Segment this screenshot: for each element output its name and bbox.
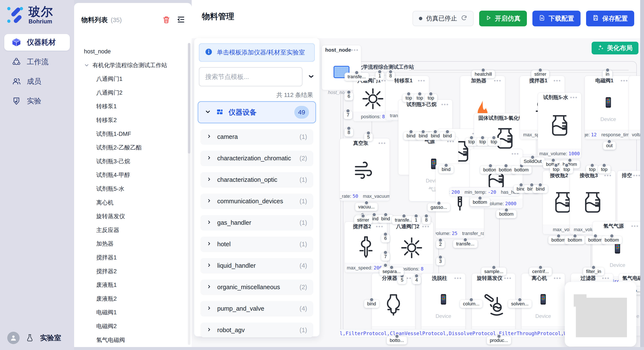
category-row-hotel[interactable]: hotel(1) — [200, 237, 313, 252]
delete-icon[interactable] — [162, 15, 170, 24]
port-pill-centrif...[interactable]: centrif... — [529, 268, 552, 276]
port-pill-2[interactable]: 2 — [436, 240, 445, 248]
port-pill-colum...[interactable]: colum... — [460, 300, 482, 308]
canvas-node[interactable]: : 200min_temp: -20has_heat — [449, 187, 520, 196]
tree-item[interactable]: 搅拌器2 — [96, 265, 117, 277]
sidebar-item-实验[interactable]: 实验 — [4, 93, 70, 109]
node-menu-icon[interactable]: ••• — [494, 77, 502, 84]
tree-item[interactable]: 试剂瓶3-己烷 — [96, 156, 130, 167]
node-menu-icon[interactable]: ••• — [554, 275, 561, 282]
tree-item[interactable]: 试剂瓶1-DMF — [96, 128, 131, 140]
port-pill-SolidOut[interactable]: SolidOut — [521, 157, 544, 166]
node-menu-icon[interactable]: ••• — [504, 275, 512, 282]
port-pill-1[interactable]: 1 — [376, 72, 384, 80]
port-pill-produc...[interactable]: produc... — [487, 336, 511, 345]
port-pill-top[interactable]: top — [465, 138, 478, 146]
download-config-button[interactable]: 下载配置 — [532, 11, 580, 26]
chevron-down-icon[interactable] — [84, 62, 90, 68]
tree-item[interactable]: 试剂瓶4-甲醇 — [96, 169, 130, 181]
port-pill-solven...[interactable]: solven... — [508, 300, 532, 308]
port-pill-bind[interactable]: bind — [533, 185, 548, 193]
port-pill-sample...[interactable]: sample... — [481, 268, 506, 276]
tree-item[interactable]: 氢气电磁阀 — [96, 334, 125, 346]
port-pill-filter_in[interactable]: filter_in — [583, 268, 604, 276]
node-menu-icon[interactable]: ••• — [633, 172, 641, 179]
tree-item[interactable]: 废液瓶2 — [96, 293, 117, 305]
canvas-node-电磁阀1[interactable]: 电磁阀1•••Devicevoltage: 12response_time: 0… — [584, 76, 632, 140]
tree-item[interactable]: 电磁阀2 — [96, 320, 117, 332]
port-pill-top[interactable]: top — [414, 94, 426, 102]
node-menu-icon[interactable]: ••• — [378, 140, 386, 147]
port-pill-top[interactable]: top — [598, 166, 610, 174]
sidebar-item-仪器耗材[interactable]: 仪器耗材 — [4, 34, 70, 51]
collapse-list-icon[interactable] — [177, 15, 185, 25]
port-pill-8[interactable]: 8 — [344, 128, 353, 137]
category-row-robot_agv[interactable]: robot_agv(1) — [200, 323, 313, 338]
port-pill-4[interactable]: 4 — [412, 276, 421, 284]
port-pill-transfe...[interactable]: transfe... — [344, 73, 369, 81]
port-pill-transfe...[interactable]: transfe... — [453, 240, 478, 248]
sidebar-item-成员[interactable]: 成员 — [4, 73, 70, 90]
avatar[interactable] — [7, 332, 20, 344]
port-pill-separa...[interactable]: separa... — [380, 268, 404, 276]
category-row-pump_and_valve[interactable]: pump_and_valve(4) — [200, 301, 313, 316]
port-pill-7[interactable]: 7 — [381, 253, 390, 261]
category-row-liquid_handler[interactable]: liquid_handler(4) — [200, 258, 313, 273]
tree-item[interactable]: 废液瓶1 — [96, 279, 117, 291]
port-pill-6[interactable]: 6 — [344, 92, 353, 100]
port-pill-bind[interactable]: bind — [364, 300, 379, 308]
port-pill-out[interactable]: out — [603, 142, 616, 150]
category-row-characterization_chromatic[interactable]: characterization_chromatic(2) — [200, 151, 313, 166]
tree-item[interactable]: 离心机 — [96, 197, 114, 209]
node-menu-icon[interactable]: ••• — [602, 275, 610, 282]
tree-item[interactable]: 八通阀门1 — [96, 73, 122, 85]
tree-item[interactable]: 有机化学流程综合测试工作站 — [84, 59, 167, 71]
canvas-node-真空泵[interactable]: 真空泵•••pump_rate: 50max_vacuum: 0.1 — [340, 138, 390, 201]
canvas-node-试剂瓶5-水[interactable]: 试剂瓶5-水•••max_volume: 1000 — [538, 93, 582, 159]
port-pill-bottom[interactable]: bottom — [602, 236, 622, 244]
canvas-node-洗脱柱[interactable]: 洗脱柱•••Devicediameter: 2.5column_type: si — [421, 273, 466, 336]
category-row-camera[interactable]: camera(1) — [200, 129, 313, 144]
port-pill-bottom[interactable]: bottom — [565, 236, 585, 244]
port-pill-gasso...[interactable]: gasso... — [428, 203, 450, 211]
lab-label[interactable]: 实验室 — [40, 333, 61, 343]
tree-item[interactable]: 搅拌器1 — [96, 252, 117, 263]
refresh-icon[interactable] — [461, 15, 467, 22]
node-menu-icon[interactable]: ••• — [441, 101, 449, 108]
port-pill-bind[interactable]: bind — [378, 215, 393, 223]
port-pill-stirrer[interactable]: stirrer — [531, 70, 549, 78]
port-pill-bind[interactable]: bind — [440, 132, 455, 140]
port-pill-top[interactable]: top — [560, 166, 573, 174]
port-pill-botto...[interactable]: botto... — [387, 336, 407, 345]
section-instruments[interactable]: 仪器设备 49 — [198, 101, 316, 123]
port-pill-bottom[interactable]: bottom — [496, 210, 516, 218]
node-menu-icon[interactable]: ••• — [418, 77, 426, 84]
port-pill-vacuu...[interactable]: vacuu... — [355, 203, 378, 211]
tree-item[interactable]: 试剂瓶2-乙酸乙酯 — [96, 142, 142, 154]
node-menu-icon[interactable]: ••• — [631, 223, 639, 229]
node-menu-icon[interactable]: ••• — [422, 223, 430, 230]
port-pill-5[interactable]: 5 — [398, 276, 406, 284]
tree-item[interactable]: 转移泵1 — [96, 100, 117, 112]
port-pill-top[interactable]: top — [425, 94, 437, 102]
node-menu-icon[interactable]: ••• — [454, 275, 462, 282]
category-row-communication_devices[interactable]: communication_devices(1) — [200, 194, 313, 209]
save-config-button[interactable]: 保存配置 — [586, 11, 634, 26]
port-pill-3[interactable]: 3 — [436, 257, 445, 265]
port-pill-heatchill[interactable]: heatchill — [472, 70, 495, 78]
tree-item[interactable]: 试剂瓶5-水 — [96, 183, 124, 195]
tree-item[interactable]: 转移泵2 — [96, 114, 117, 126]
category-row-organic_miscellaneous[interactable]: organic_miscellaneous(2) — [200, 280, 313, 295]
port-pill-top[interactable]: top — [402, 94, 415, 102]
port-pill-8[interactable]: 8 — [422, 216, 430, 224]
port-pill-6[interactable]: 6 — [381, 234, 390, 242]
category-row-characterization_optic[interactable]: characterization_optic(1) — [200, 172, 313, 187]
tree-item[interactable]: 旋转蒸发仪 — [96, 210, 125, 222]
node-menu-icon[interactable]: ••• — [376, 223, 384, 230]
tree-item[interactable]: 八通阀门2 — [96, 87, 122, 99]
search-input[interactable] — [199, 67, 302, 86]
port-pill-stirrer[interactable]: stirrer — [354, 216, 372, 224]
node-menu-icon[interactable]: ••• — [620, 77, 628, 84]
category-row-gas_handler[interactable]: gas_handler(1) — [200, 215, 313, 230]
port-pill-top[interactable]: top — [476, 138, 489, 146]
